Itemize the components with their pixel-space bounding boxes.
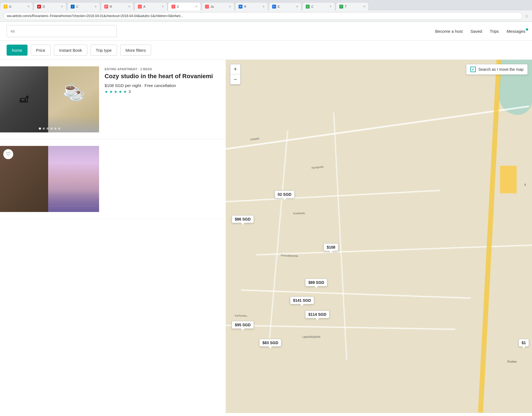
map-pin-89sgd[interactable]: $89 SGD — [305, 279, 327, 286]
map-pin-86sgd[interactable]: $86 SGD — [232, 215, 254, 223]
tab-close-a1[interactable]: × — [162, 5, 164, 9]
map-pin-141sgd[interactable]: $141 SGD — [290, 297, 314, 304]
checkbox-search-as-move[interactable]: ✓ — [470, 67, 476, 72]
tab-title-r2: R — [244, 5, 261, 8]
zoom-in-button[interactable]: + — [230, 64, 240, 74]
listing-card-2: ♡ ♡ — [0, 139, 226, 219]
tab-favicon-a1: A — [138, 5, 142, 9]
tab-close-r1[interactable]: × — [128, 5, 130, 9]
filter-trip-type-button[interactable]: Trip type — [91, 45, 117, 56]
saved-link[interactable]: Saved — [470, 29, 482, 34]
carousel-dot — [39, 127, 41, 130]
zoom-out-button[interactable]: − — [230, 74, 240, 84]
tab-close-c3[interactable]: × — [330, 5, 332, 9]
listing-type-1: ENTIRE APARTMENT · 2 BEDS — [105, 67, 219, 71]
map-pin-114sgd[interactable]: $114 SGD — [305, 311, 329, 318]
carousel-dot — [50, 127, 53, 130]
tab-c1[interactable]: C C × — [67, 2, 100, 10]
map-label-karhukaari: Karhunka... — [235, 314, 249, 317]
map-pin-02sgd[interactable]: 02 SGD — [275, 191, 294, 198]
tab-title-t: T — [345, 5, 362, 8]
tab-jt[interactable]: jt D × — [34, 2, 67, 10]
star-1: ★ — [105, 89, 108, 94]
tab-title-r1: R — [110, 5, 127, 8]
filter-more-filters-button[interactable]: More filters — [120, 45, 151, 56]
sofa-icon: 🛋 — [20, 94, 29, 105]
map-label-piisivakeantle: Piisivalkeantie — [281, 254, 298, 257]
tab-title-g: G — [9, 5, 26, 8]
carousel-dots-1 — [39, 127, 60, 130]
tab-close-c1[interactable]: × — [95, 5, 97, 9]
header: Become a host Saved Trips Messages — [0, 22, 532, 41]
tab-favicon-c1: C — [71, 5, 75, 9]
tab-favicon-c3: C — [306, 5, 310, 9]
tab-favicon-t: T — [339, 5, 343, 9]
coffee-icon: ☕ — [69, 86, 85, 102]
tab-bar: G G × jt D × C C × R R × A A × C C × — [0, 0, 532, 10]
map-road-5 — [226, 325, 455, 330]
carousel-dot — [58, 127, 60, 130]
map-label-kympintie: Kympintie — [311, 165, 324, 169]
listing-image-left-1: 🛋 — [0, 66, 48, 132]
map-panel[interactable]: Kaitatie Kympintie Koskikatu Piisivalkea… — [226, 60, 532, 413]
tab-close-jt[interactable]: × — [61, 5, 63, 9]
tab-j[interactable]: J Ja × — [201, 2, 234, 10]
tab-title-e: E — [278, 5, 294, 8]
map-road-4 — [241, 289, 471, 299]
search-as-move-container[interactable]: ✓ Search as I move the map — [466, 64, 528, 75]
favorite-button-2-right[interactable]: ♡ — [3, 149, 13, 159]
become-host-link[interactable]: Become a host — [435, 29, 463, 34]
tab-c2-active[interactable]: C C × — [168, 2, 201, 10]
tab-g[interactable]: G G × — [0, 2, 33, 10]
map-pin-83sgd[interactable]: $83 SGD — [259, 339, 281, 347]
review-count-1: 3 — [129, 89, 131, 94]
carousel-dot — [47, 127, 49, 130]
star-2: ★ — [109, 89, 113, 94]
map-pin-108[interactable]: $108 — [324, 243, 338, 251]
filter-bar: home Price Instant Book Trip type More f… — [0, 41, 532, 60]
address-input[interactable] — [3, 12, 523, 20]
checkmark-icon: ✓ — [471, 67, 474, 72]
tab-close-t[interactable]: × — [363, 5, 365, 9]
tab-favicon-e: ✈ — [272, 5, 276, 9]
tab-close-c2[interactable]: × — [195, 5, 197, 9]
bookmark-icon[interactable]: ☆ — [525, 13, 529, 19]
tab-e[interactable]: ✈ E × — [269, 2, 302, 10]
map-road-v1 — [269, 130, 288, 341]
messages-link[interactable]: Messages — [507, 29, 525, 34]
star-3: ★ — [114, 89, 118, 94]
carousel-dot — [54, 127, 56, 130]
search-input[interactable] — [7, 25, 117, 37]
tab-close-j[interactable]: × — [229, 5, 231, 9]
tab-close-e[interactable]: × — [296, 5, 298, 9]
tab-t[interactable]: T T × — [336, 2, 369, 10]
listing-stars-1: ★ ★ ★ ★ ★ 3 — [105, 89, 219, 94]
trips-link[interactable]: Trips — [490, 29, 499, 34]
messages-notification-dot — [526, 28, 528, 31]
filter-instant-book-button[interactable]: Instant Book — [54, 45, 87, 56]
tab-a1[interactable]: A A × — [134, 2, 167, 10]
tab-r1[interactable]: R R × — [101, 2, 134, 10]
tab-c3[interactable]: C C × — [302, 2, 335, 10]
map-pin-95sgd[interactable]: $95 SGD — [232, 321, 254, 329]
tab-favicon-j: J — [205, 5, 209, 9]
tab-close-g[interactable]: × — [28, 5, 29, 9]
star-5-half: ★ — [123, 89, 127, 94]
tab-favicon-c2: C — [171, 5, 175, 9]
listing-images-1: 🛋 ☕ — [0, 66, 99, 132]
tab-title-a1: A — [143, 5, 160, 8]
map-pin-1sgd[interactable]: $1 — [519, 339, 529, 347]
listing-title-1[interactable]: Cozy studio in the heart of Rovaniemi — [105, 72, 219, 80]
filter-price-button[interactable]: Price — [31, 45, 51, 56]
tab-title-jt: D — [43, 5, 59, 8]
tab-close-r2[interactable]: × — [263, 5, 264, 9]
tab-r2[interactable]: ✈ R × — [235, 2, 268, 10]
map-road-1 — [226, 105, 529, 150]
map-label-koskikatu: Koskikatu — [293, 211, 305, 215]
search-as-move-label: Search as I move the map — [479, 67, 523, 72]
map-road-v2 — [333, 113, 347, 360]
map-road-2 — [226, 190, 440, 202]
map-label-ruokas: Ruokas — [507, 360, 517, 363]
filter-home-button[interactable]: home — [7, 45, 28, 56]
browser-chrome: G G × jt D × C C × R R × A A × C C × — [0, 0, 532, 22]
